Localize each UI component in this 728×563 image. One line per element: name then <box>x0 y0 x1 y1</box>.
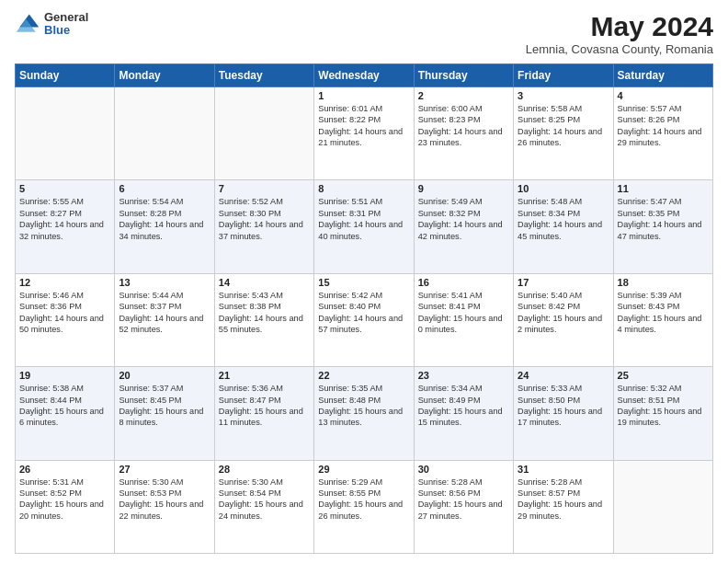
cell-w0-d2 <box>214 87 313 180</box>
cell-content-8: Sunrise: 5:51 AM Sunset: 8:31 PM Dayligh… <box>318 196 409 242</box>
day-number-14: 14 <box>219 277 310 288</box>
cell-content-2: Sunrise: 6:00 AM Sunset: 8:23 PM Dayligh… <box>418 103 509 149</box>
day-number-1: 1 <box>318 90 409 101</box>
cell-content-14: Sunrise: 5:43 AM Sunset: 8:38 PM Dayligh… <box>219 290 310 336</box>
header-thursday: Thursday <box>414 64 513 87</box>
week-row-4: 26Sunrise: 5:31 AM Sunset: 8:52 PM Dayli… <box>16 460 713 553</box>
day-number-10: 10 <box>518 183 609 194</box>
cell-w4-d4: 30Sunrise: 5:28 AM Sunset: 8:56 PM Dayli… <box>414 460 513 553</box>
day-number-29: 29 <box>318 464 409 475</box>
week-row-3: 19Sunrise: 5:38 AM Sunset: 8:44 PM Dayli… <box>16 367 713 460</box>
cell-w4-d1: 27Sunrise: 5:30 AM Sunset: 8:53 PM Dayli… <box>115 460 214 553</box>
cell-w0-d3: 1Sunrise: 6:01 AM Sunset: 8:22 PM Daylig… <box>314 87 414 180</box>
cell-w4-d5: 31Sunrise: 5:28 AM Sunset: 8:57 PM Dayli… <box>514 460 613 553</box>
cell-w1-d0: 5Sunrise: 5:55 AM Sunset: 8:27 PM Daylig… <box>16 180 115 273</box>
day-number-19: 19 <box>19 370 110 381</box>
title-block: May 2024 Lemnia, Covasna County, Romania <box>526 11 713 56</box>
cell-w0-d0 <box>16 87 115 180</box>
day-number-20: 20 <box>119 370 210 381</box>
day-number-18: 18 <box>618 277 709 288</box>
cell-w2-d5: 17Sunrise: 5:40 AM Sunset: 8:42 PM Dayli… <box>514 273 613 366</box>
day-number-8: 8 <box>318 183 409 194</box>
calendar-header-row: Sunday Monday Tuesday Wednesday Thursday… <box>16 64 713 87</box>
week-row-1: 5Sunrise: 5:55 AM Sunset: 8:27 PM Daylig… <box>16 180 713 273</box>
logo-blue-text: Blue <box>44 24 88 37</box>
day-number-30: 30 <box>418 464 509 475</box>
cell-w1-d4: 9Sunrise: 5:49 AM Sunset: 8:32 PM Daylig… <box>414 180 513 273</box>
cell-content-10: Sunrise: 5:48 AM Sunset: 8:34 PM Dayligh… <box>518 196 609 242</box>
cell-w4-d6 <box>613 460 712 553</box>
cell-w3-d3: 22Sunrise: 5:35 AM Sunset: 8:48 PM Dayli… <box>314 367 414 460</box>
cell-content-6: Sunrise: 5:54 AM Sunset: 8:28 PM Dayligh… <box>119 196 210 242</box>
cell-w1-d2: 7Sunrise: 5:52 AM Sunset: 8:30 PM Daylig… <box>214 180 313 273</box>
day-number-23: 23 <box>418 370 509 381</box>
header: General Blue May 2024 Lemnia, Covasna Co… <box>15 11 713 56</box>
day-number-9: 9 <box>418 183 509 194</box>
cell-content-18: Sunrise: 5:39 AM Sunset: 8:43 PM Dayligh… <box>618 290 709 336</box>
cell-content-12: Sunrise: 5:46 AM Sunset: 8:36 PM Dayligh… <box>19 290 110 336</box>
cell-w0-d4: 2Sunrise: 6:00 AM Sunset: 8:23 PM Daylig… <box>414 87 513 180</box>
location-subtitle: Lemnia, Covasna County, Romania <box>526 42 713 56</box>
cell-w2-d3: 15Sunrise: 5:42 AM Sunset: 8:40 PM Dayli… <box>314 273 414 366</box>
week-row-0: 1Sunrise: 6:01 AM Sunset: 8:22 PM Daylig… <box>16 87 713 180</box>
day-number-24: 24 <box>518 370 609 381</box>
cell-content-29: Sunrise: 5:29 AM Sunset: 8:55 PM Dayligh… <box>318 477 409 523</box>
day-number-25: 25 <box>618 370 709 381</box>
cell-w3-d4: 23Sunrise: 5:34 AM Sunset: 8:49 PM Dayli… <box>414 367 513 460</box>
cell-content-23: Sunrise: 5:34 AM Sunset: 8:49 PM Dayligh… <box>418 383 509 429</box>
day-number-4: 4 <box>618 90 709 101</box>
cell-content-25: Sunrise: 5:32 AM Sunset: 8:51 PM Dayligh… <box>618 383 709 429</box>
header-tuesday: Tuesday <box>214 64 313 87</box>
cell-content-3: Sunrise: 5:58 AM Sunset: 8:25 PM Dayligh… <box>518 103 609 149</box>
cell-w2-d4: 16Sunrise: 5:41 AM Sunset: 8:41 PM Dayli… <box>414 273 513 366</box>
cell-content-13: Sunrise: 5:44 AM Sunset: 8:37 PM Dayligh… <box>119 290 210 336</box>
cell-w1-d6: 11Sunrise: 5:47 AM Sunset: 8:35 PM Dayli… <box>613 180 712 273</box>
cell-w0-d1 <box>115 87 214 180</box>
day-number-28: 28 <box>219 464 310 475</box>
cell-content-15: Sunrise: 5:42 AM Sunset: 8:40 PM Dayligh… <box>318 290 409 336</box>
cell-w1-d3: 8Sunrise: 5:51 AM Sunset: 8:31 PM Daylig… <box>314 180 414 273</box>
cell-w2-d1: 13Sunrise: 5:44 AM Sunset: 8:37 PM Dayli… <box>115 273 214 366</box>
cell-content-4: Sunrise: 5:57 AM Sunset: 8:26 PM Dayligh… <box>618 103 709 149</box>
cell-w4-d0: 26Sunrise: 5:31 AM Sunset: 8:52 PM Dayli… <box>16 460 115 553</box>
cell-w1-d5: 10Sunrise: 5:48 AM Sunset: 8:34 PM Dayli… <box>514 180 613 273</box>
day-number-11: 11 <box>618 183 709 194</box>
header-wednesday: Wednesday <box>314 64 414 87</box>
calendar-table: Sunday Monday Tuesday Wednesday Thursday… <box>15 63 713 554</box>
cell-w2-d0: 12Sunrise: 5:46 AM Sunset: 8:36 PM Dayli… <box>16 273 115 366</box>
cell-w4-d2: 28Sunrise: 5:30 AM Sunset: 8:54 PM Dayli… <box>214 460 313 553</box>
day-number-26: 26 <box>19 464 110 475</box>
day-number-27: 27 <box>119 464 210 475</box>
cell-content-31: Sunrise: 5:28 AM Sunset: 8:57 PM Dayligh… <box>518 477 609 523</box>
day-number-31: 31 <box>518 464 609 475</box>
cell-w3-d0: 19Sunrise: 5:38 AM Sunset: 8:44 PM Dayli… <box>16 367 115 460</box>
cell-content-21: Sunrise: 5:36 AM Sunset: 8:47 PM Dayligh… <box>219 383 310 429</box>
cell-w3-d1: 20Sunrise: 5:37 AM Sunset: 8:45 PM Dayli… <box>115 367 214 460</box>
day-number-22: 22 <box>318 370 409 381</box>
day-number-7: 7 <box>219 183 310 194</box>
cell-w3-d6: 25Sunrise: 5:32 AM Sunset: 8:51 PM Dayli… <box>613 367 712 460</box>
logo-icon <box>15 11 40 37</box>
cell-content-16: Sunrise: 5:41 AM Sunset: 8:41 PM Dayligh… <box>418 290 509 336</box>
header-monday: Monday <box>115 64 214 87</box>
cell-w0-d5: 3Sunrise: 5:58 AM Sunset: 8:25 PM Daylig… <box>514 87 613 180</box>
day-number-21: 21 <box>219 370 310 381</box>
cell-content-24: Sunrise: 5:33 AM Sunset: 8:50 PM Dayligh… <box>518 383 609 429</box>
cell-content-28: Sunrise: 5:30 AM Sunset: 8:54 PM Dayligh… <box>219 477 310 523</box>
cell-w4-d3: 29Sunrise: 5:29 AM Sunset: 8:55 PM Dayli… <box>314 460 414 553</box>
cell-content-26: Sunrise: 5:31 AM Sunset: 8:52 PM Dayligh… <box>19 477 110 523</box>
month-title: May 2024 <box>526 11 713 42</box>
day-number-3: 3 <box>518 90 609 101</box>
cell-content-30: Sunrise: 5:28 AM Sunset: 8:56 PM Dayligh… <box>418 477 509 523</box>
cell-content-7: Sunrise: 5:52 AM Sunset: 8:30 PM Dayligh… <box>219 196 310 242</box>
cell-w3-d2: 21Sunrise: 5:36 AM Sunset: 8:47 PM Dayli… <box>214 367 313 460</box>
cell-content-17: Sunrise: 5:40 AM Sunset: 8:42 PM Dayligh… <box>518 290 609 336</box>
header-saturday: Saturday <box>613 64 712 87</box>
cell-w1-d1: 6Sunrise: 5:54 AM Sunset: 8:28 PM Daylig… <box>115 180 214 273</box>
day-number-6: 6 <box>119 183 210 194</box>
day-number-15: 15 <box>318 277 409 288</box>
cell-content-1: Sunrise: 6:01 AM Sunset: 8:22 PM Dayligh… <box>318 103 409 149</box>
cell-content-11: Sunrise: 5:47 AM Sunset: 8:35 PM Dayligh… <box>618 196 709 242</box>
logo-general-text: General <box>44 11 88 24</box>
cell-content-27: Sunrise: 5:30 AM Sunset: 8:53 PM Dayligh… <box>119 477 210 523</box>
